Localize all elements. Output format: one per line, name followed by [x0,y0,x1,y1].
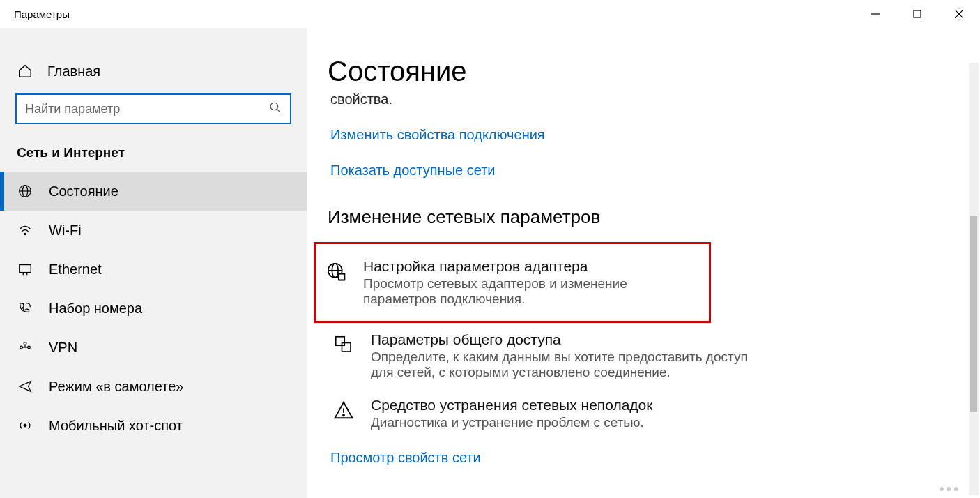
svg-point-14 [28,346,31,349]
link-show-available-networks[interactable]: Показать доступные сети [330,163,959,179]
partial-text: свойства. [330,91,959,107]
phone-icon [17,300,33,317]
sidebar-home-label: Главная [47,63,100,80]
option-troubleshoot[interactable]: Средство устранения сетевых неполадок Ди… [328,388,760,439]
svg-rect-22 [339,274,345,280]
sidebar-item-label: Режим «в самолете» [49,379,183,395]
option-title: Средство устранения сетевых неполадок [371,397,652,414]
sidebar-item-wifi[interactable]: Wi-Fi [0,211,307,250]
hotspot-icon [17,417,33,434]
search-box[interactable] [15,93,291,124]
home-icon [17,63,33,80]
svg-rect-24 [336,337,345,346]
globe-icon [17,183,33,199]
airplane-icon [17,378,33,395]
link-view-network-props[interactable]: Просмотр свойств сети [330,450,959,466]
svg-rect-25 [342,343,351,352]
close-icon [955,10,963,18]
main-content: Состояние свойства. Изменить свойства по… [307,28,980,498]
sidebar-item-dialup[interactable]: Набор номера [0,289,307,328]
window-title: Параметры [14,8,70,20]
sidebar-item-hotspot[interactable]: Мобильный хот-спот [0,406,307,445]
watermark-dots: ●●● [939,483,960,494]
option-desc: Диагностика и устранение проблем с сетью… [371,415,652,430]
window-controls [855,0,980,28]
sharing-icon [333,334,354,355]
sidebar-item-status[interactable]: Состояние [0,172,307,211]
svg-point-4 [270,103,278,110]
sidebar-home[interactable]: Главная [0,56,307,93]
sidebar-item-label: Набор номера [49,301,142,317]
sidebar-item-airplane[interactable]: Режим «в самолете» [0,367,307,406]
sidebar-item-vpn[interactable]: VPN [0,328,307,367]
maximize-button[interactable] [896,0,938,28]
sidebar-group-title: Сеть и Интернет [0,138,307,172]
scroll-thumb[interactable] [970,216,977,412]
scrollbar[interactable] [969,63,979,495]
option-title: Настройка параметров адаптера [363,258,699,275]
warning-icon [333,400,354,421]
section-heading: Изменение сетевых параметров [328,206,959,228]
option-desc: Просмотр сетевых адаптеров и изменение п… [363,276,699,307]
sidebar-item-label: VPN [49,340,77,356]
page-title: Состояние [328,56,959,87]
option-title: Параметры общего доступа [371,331,754,348]
sidebar: Главная Сеть и Интернет Состояние Wi-Fi [0,28,307,498]
vpn-icon [17,339,33,356]
link-change-connection-props[interactable]: Изменить свойства подключения [330,127,959,143]
minimize-icon [871,10,880,18]
svg-rect-10 [20,265,31,273]
globe-settings-icon [326,261,346,282]
svg-point-18 [24,424,26,427]
sidebar-item-label: Состояние [49,183,118,199]
titlebar: Параметры [0,0,980,28]
sidebar-item-label: Ethernet [49,262,102,278]
svg-line-5 [277,109,280,112]
ethernet-icon [17,261,33,278]
search-input[interactable] [25,102,269,116]
wifi-icon [17,222,33,239]
svg-point-9 [24,233,26,234]
option-sharing[interactable]: Параметры общего доступа Определите, к к… [328,323,760,388]
search-icon [269,101,282,116]
sidebar-item-label: Мобильный хот-спот [49,418,183,434]
maximize-icon [913,10,921,18]
svg-rect-1 [914,10,921,17]
close-button[interactable] [938,0,980,28]
svg-point-16 [24,342,26,345]
minimize-button[interactable] [855,0,896,28]
option-adapter-settings[interactable]: Настройка параметров адаптера Просмотр с… [314,242,711,323]
svg-point-13 [20,346,23,349]
sidebar-item-ethernet[interactable]: Ethernet [0,250,307,289]
option-desc: Определите, к каким данным вы хотите пре… [371,349,754,380]
svg-point-27 [343,415,344,416]
sidebar-item-label: Wi-Fi [49,222,82,239]
